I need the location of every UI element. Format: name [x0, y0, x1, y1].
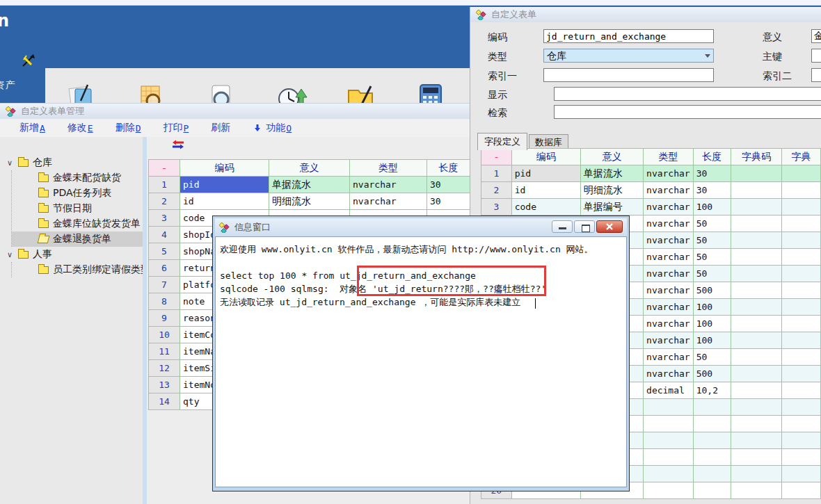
search-field[interactable]	[554, 105, 821, 119]
main-window-title-partial: n	[0, 11, 9, 31]
chevron-down-icon	[705, 54, 710, 58]
text-caret	[535, 298, 536, 309]
tree-item[interactable]: 金蝶退换货单	[12, 231, 143, 247]
close-button[interactable]	[596, 220, 623, 233]
error-highlight-annotation	[357, 266, 546, 296]
chevron-down-icon[interactable]: ∨	[7, 250, 17, 259]
dialog-text-line: 无法读取记录 ut_jd_return_and_exchange ，可能是实际库…	[220, 295, 622, 309]
header-type: 类型	[350, 160, 427, 177]
index1-label: 索引一	[488, 70, 517, 83]
header-rownum: -	[481, 149, 512, 165]
dialog-title: 信息窗口	[234, 221, 271, 234]
minimize-button[interactable]	[552, 220, 573, 233]
header-length: 长度	[427, 160, 470, 177]
app-diamonds-icon	[219, 222, 230, 233]
header-length: 长度	[693, 149, 731, 165]
table-row: 2 id 明细流水 nvarchar 30	[149, 193, 470, 210]
table-row: 1 pid 单据流水 nvarchar 30	[149, 177, 470, 193]
folder-icon	[18, 251, 29, 259]
folder-icon	[38, 266, 49, 274]
dialog-window-buttons	[552, 220, 623, 233]
folder-icon	[38, 220, 49, 228]
tree-group-hr: ∨ 人事 员工类别绑定请假类型	[0, 247, 143, 277]
primary-key-label: 主键	[763, 51, 782, 63]
tab-field-definition[interactable]: 字段定义	[477, 133, 527, 150]
search-label: 检索	[488, 107, 507, 120]
header-meaning: 意义	[580, 149, 643, 165]
table-row: 1 pid 单据流水 nvarchar 30	[481, 165, 821, 182]
screen: n 资产	[0, 0, 821, 504]
dialog-text-line: 欢迎使用 www.onlyit.cn 软件作品，最新动态请访问 http://w…	[220, 243, 622, 256]
meaning-label: 意义	[763, 31, 782, 44]
maximize-button[interactable]	[574, 220, 595, 233]
form-window-title: 自定义表单	[491, 8, 536, 21]
manager-window-title: 自定义表单管理	[21, 105, 84, 117]
tree-group-item[interactable]: ∨ 人事	[0, 247, 143, 262]
close-x-icon	[597, 221, 622, 232]
tree-item[interactable]: 节假日期	[12, 201, 143, 216]
index1-field[interactable]	[543, 68, 714, 82]
table-row: 2 id 明细流水 nvarchar 30	[481, 182, 821, 199]
form-titlebar: 自定义表单	[470, 7, 821, 22]
folder-icon	[38, 174, 49, 182]
type-label: 类型	[488, 51, 507, 63]
table-row: 3 code 单据编号 nvarchar 100	[481, 199, 821, 216]
arrow-down-icon	[253, 124, 262, 132]
header-code: 编码	[180, 160, 269, 177]
swap-columns-icon[interactable]	[172, 140, 184, 152]
busy-cursor-icon	[21, 53, 36, 70]
refresh-button[interactable]: 刷新	[211, 122, 231, 134]
code-label: 编码	[488, 31, 507, 44]
app-diamonds-icon	[476, 10, 486, 20]
tree-item[interactable]: 员工类别绑定请假类型	[12, 262, 143, 277]
primary-key-field[interactable]	[811, 49, 821, 63]
code-field[interactable]	[543, 29, 714, 43]
header-code: 编码	[511, 149, 580, 165]
folder-icon	[38, 236, 50, 243]
folder-icon	[38, 205, 49, 213]
header-dict: 字典	[782, 149, 821, 165]
desktop-top-strip	[0, 0, 821, 6]
delete-button[interactable]: 删除D	[115, 122, 141, 134]
dialog-titlebar[interactable]: 信息窗口	[215, 218, 627, 236]
header-dict-code: 字典码	[731, 149, 781, 165]
print-button[interactable]: 打印P	[163, 122, 189, 134]
edit-button[interactable]: 修改E	[67, 122, 93, 134]
folder-icon	[38, 190, 49, 197]
tree-group-item[interactable]: ∨ 仓库	[0, 155, 143, 170]
tree-item[interactable]: 金蝶未配货缺货	[12, 170, 143, 186]
dialog-message-area: 欢迎使用 www.onlyit.cn 软件作品，最新动态请访问 http://w…	[215, 236, 627, 487]
tree-item[interactable]: PDA任务列表	[12, 186, 143, 201]
index2-field[interactable]	[811, 68, 821, 82]
meaning-field[interactable]	[811, 29, 821, 43]
header-meaning: 意义	[269, 160, 350, 177]
display-label: 显示	[488, 89, 507, 101]
display-field[interactable]	[554, 87, 821, 101]
header-type: 类型	[644, 149, 694, 165]
add-button[interactable]: 新增A	[19, 122, 45, 134]
tree-group-warehouse: ∨ 仓库 金蝶未配货缺货 PDA任务列表	[0, 155, 143, 247]
folder-icon	[18, 159, 29, 167]
table-header-row: - 编码 意义 类型 长度 字典码 字典	[481, 149, 821, 165]
app-diamonds-icon	[6, 106, 16, 117]
table-header-row: - 编码 意义 类型 长度	[149, 160, 470, 177]
chevron-down-icon[interactable]: ∨	[7, 158, 17, 168]
type-dropdown[interactable]: 仓库	[543, 49, 714, 63]
tree-item[interactable]: 金蝶库位缺货发货单	[12, 216, 143, 231]
functions-button[interactable]: 功能O	[253, 122, 292, 134]
info-dialog: 信息窗口 欢迎使用 www.onlyit.cn 软件作品，最新动态请访问 htt…	[212, 216, 630, 491]
form-tree-panel: ∨ 仓库 金蝶未配货缺货 PDA任务列表	[0, 137, 143, 504]
sidebar-label-assets: 资产	[0, 79, 16, 92]
header-rownum: -	[149, 160, 180, 177]
index2-label: 索引二	[763, 70, 792, 83]
